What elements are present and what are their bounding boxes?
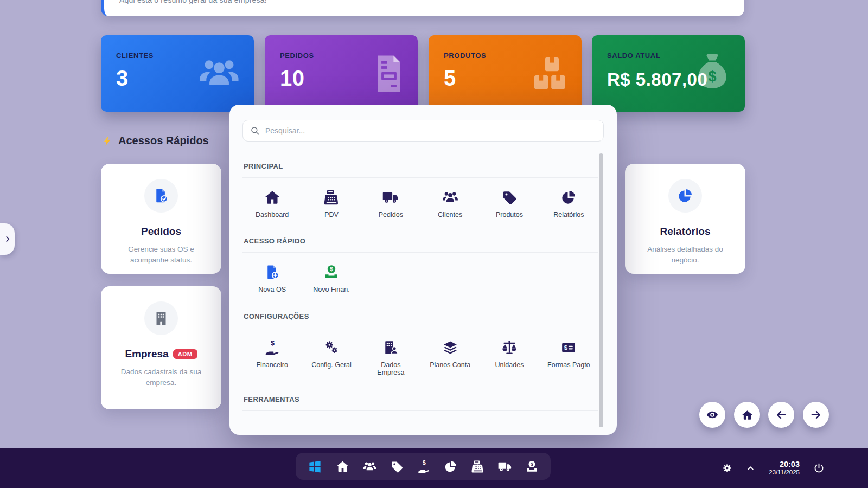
home-icon (264, 189, 280, 206)
stat-card-pedidos[interactable]: PEDIDOS 10 (265, 35, 418, 112)
users-group-icon (197, 56, 241, 91)
menu-item-produtos[interactable]: Produtos (480, 189, 539, 219)
home-icon (336, 460, 349, 473)
lightning-icon (102, 135, 113, 147)
menu-item-dashboard[interactable]: Dashboard (242, 189, 302, 219)
menu-item-label: PDV (324, 211, 339, 219)
section-divider (242, 410, 598, 411)
gear-icon (722, 463, 732, 473)
cash-register-icon (323, 189, 340, 206)
menu-item-label: Novo Finan. (313, 286, 349, 293)
quick-card-icon-circle (144, 301, 178, 335)
hand-dollar-icon: $ (417, 460, 431, 473)
dock-home-button[interactable] (336, 460, 349, 473)
modal-scrollbar[interactable] (599, 153, 603, 427)
taskbar-clock: 20:03 23/11/2025 (769, 460, 800, 477)
clock-date: 23/11/2025 (769, 469, 800, 476)
users-icon (363, 460, 376, 473)
section-title: ACESSO RÁPIDO (242, 232, 598, 252)
cash-register-icon (471, 460, 484, 473)
tag-icon (501, 189, 518, 206)
layers-icon (442, 339, 458, 356)
menu-item-clientes[interactable]: Clientes (420, 189, 480, 219)
section-acesso-rapido: ACESSO RÁPIDO Nova OS (242, 232, 598, 306)
menu-item-financeiro[interactable]: $ Financeiro (242, 339, 302, 377)
svg-text:$: $ (271, 339, 275, 347)
menu-item-pdv[interactable]: PDV (302, 189, 361, 219)
dock-pdv-button[interactable] (471, 460, 484, 473)
menu-item-unidades[interactable]: Unidades (480, 339, 539, 377)
menu-item-config-geral[interactable]: Config. Geral (302, 339, 361, 377)
menu-item-planos-conta[interactable]: Planos Conta (420, 339, 480, 377)
windows-start-button[interactable] (308, 459, 322, 474)
dock-relatorios-button[interactable] (444, 460, 457, 473)
command-palette-modal: PRINCIPAL Dashboard (229, 105, 617, 435)
section-ferramentas: FERRAMENTAS (242, 390, 598, 411)
menu-item-label: Planos Conta (430, 361, 470, 369)
fab-eye-button[interactable] (699, 402, 725, 428)
pie-chart-icon (444, 460, 457, 473)
menu-item-label: Financeiro (256, 361, 288, 369)
truck-icon (498, 460, 512, 473)
stat-card-saldo[interactable]: SALDO ATUAL R$ 5.807,00 $ (592, 35, 745, 112)
screen: Aqui está o resumo geral da sua empresa!… (0, 0, 868, 488)
quick-card-icon-circle (144, 179, 178, 213)
money-in-icon: $ (525, 460, 539, 473)
menu-item-label: Unidades (495, 361, 524, 369)
file-invoice-icon (373, 54, 405, 93)
dock-financeiro-button[interactable]: $ (417, 460, 431, 473)
search-input[interactable] (265, 126, 596, 135)
svg-text:$: $ (531, 461, 533, 466)
quick-access-title: Acessos Rápidos (118, 134, 209, 147)
menu-item-label: Formas Pagto (547, 361, 590, 369)
menu-item-relatorios[interactable]: Relatórios (539, 189, 598, 219)
quick-card-description: Dados cadastrais da sua empresa. (111, 367, 212, 389)
section-items: $ Financeiro (242, 328, 598, 390)
menu-item-pedidos[interactable]: Pedidos (361, 189, 420, 219)
sidebar-expand-handle[interactable] (0, 223, 15, 255)
taskbar-power-button[interactable] (813, 463, 825, 474)
arrow-right-icon (810, 409, 822, 421)
quick-card-pedidos[interactable]: Pedidos Gerencie suas OS e acompanhe sta… (101, 164, 221, 274)
pie-chart-icon (560, 189, 577, 206)
section-title: FERRAMENTAS (242, 390, 598, 410)
truck-icon (382, 189, 399, 206)
menu-item-novo-financeiro[interactable]: $ Novo Finan. (302, 264, 361, 293)
dock-produtos-button[interactable] (390, 460, 404, 473)
quick-card-title: EmpresaADM (111, 348, 212, 360)
quick-card-relatorios[interactable]: Relatórios Análises detalhadas do negóci… (625, 164, 745, 274)
quick-card-icon-circle (668, 179, 702, 213)
taskbar-settings-button[interactable] (722, 463, 732, 473)
fab-home-button[interactable] (734, 402, 760, 428)
menu-item-formas-pagto[interactable]: $ Formas Pagto (539, 339, 598, 377)
fab-forward-button[interactable] (803, 402, 829, 428)
money-in-icon: $ (323, 264, 340, 280)
arrow-left-icon (775, 409, 787, 421)
quick-card-description: Gerencie suas OS e acompanhe status. (111, 244, 212, 266)
menu-item-label: Produtos (496, 211, 523, 219)
users-icon (442, 189, 458, 206)
menu-item-label: Dashboard (256, 211, 289, 219)
menu-item-label: Clientes (438, 211, 462, 219)
quick-card-title: Relatórios (635, 226, 736, 237)
dock-novo-financeiro-button[interactable]: $ (525, 460, 539, 473)
dock-pedidos-button[interactable] (498, 460, 512, 473)
stat-card-produtos[interactable]: PRODUTOS 5 (429, 35, 582, 112)
taskbar-expand-button[interactable] (746, 464, 755, 473)
adm-badge: ADM (173, 349, 197, 359)
welcome-text: Aqui está o resumo geral da sua empresa! (119, 0, 267, 4)
menu-item-dados-empresa[interactable]: Dados Empresa (361, 339, 420, 377)
quick-card-description: Análises detalhadas do negócio. (635, 244, 736, 266)
taskbar: $ (0, 448, 868, 488)
stat-card-clientes[interactable]: CLIENTES 3 (101, 35, 254, 112)
quick-card-empresa[interactable]: EmpresaADM Dados cadastrais da sua empre… (101, 286, 221, 409)
tag-icon (390, 460, 404, 473)
chevron-right-icon (4, 235, 11, 243)
menu-item-nova-os[interactable]: Nova OS (242, 264, 302, 293)
dock-clientes-button[interactable] (363, 460, 376, 473)
section-items: Nova OS $ Novo Finan. (242, 253, 598, 306)
chevron-up-icon (746, 464, 755, 473)
credit-card-icon: $ (560, 339, 577, 356)
section-principal: PRINCIPAL Dashboard (242, 157, 598, 232)
fab-back-button[interactable] (768, 402, 794, 428)
